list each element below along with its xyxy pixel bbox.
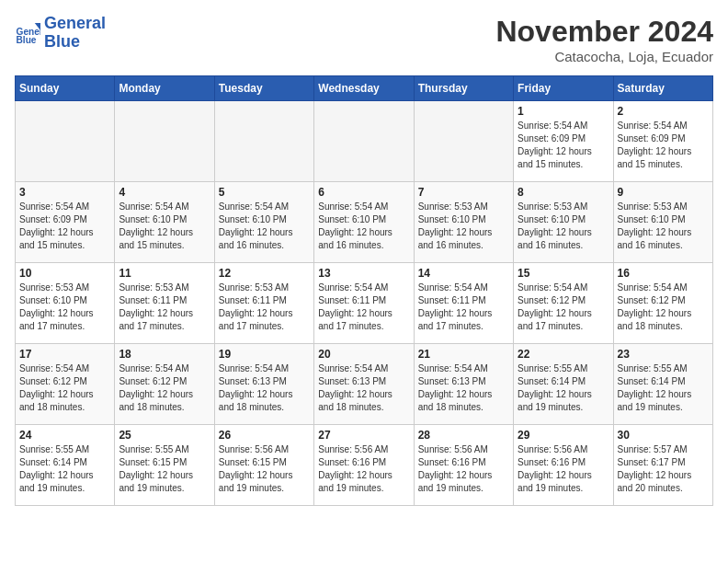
- calendar-cell: 28Sunrise: 5:56 AM Sunset: 6:16 PM Dayli…: [414, 425, 513, 506]
- week-row-3: 10Sunrise: 5:53 AM Sunset: 6:10 PM Dayli…: [16, 263, 713, 344]
- day-number: 26: [219, 429, 310, 442]
- day-info: Sunrise: 5:56 AM Sunset: 6:16 PM Dayligh…: [318, 443, 409, 495]
- day-number: 7: [418, 186, 509, 199]
- logo-text-blue: Blue: [44, 33, 106, 52]
- day-info: Sunrise: 5:54 AM Sunset: 6:09 PM Dayligh…: [618, 120, 709, 171]
- calendar-cell: 21Sunrise: 5:54 AM Sunset: 6:13 PM Dayli…: [414, 344, 513, 425]
- calendar-table: SundayMondayTuesdayWednesdayThursdayFrid…: [15, 75, 713, 506]
- day-info: Sunrise: 5:55 AM Sunset: 6:14 PM Dayligh…: [618, 362, 709, 414]
- logo-text-general: General: [44, 15, 106, 33]
- calendar-body: 1Sunrise: 5:54 AM Sunset: 6:09 PM Daylig…: [16, 101, 713, 506]
- day-number: 10: [19, 267, 110, 280]
- weekday-tuesday: Tuesday: [214, 76, 313, 101]
- day-info: Sunrise: 5:53 AM Sunset: 6:10 PM Dayligh…: [618, 201, 709, 252]
- day-info: Sunrise: 5:56 AM Sunset: 6:16 PM Dayligh…: [518, 443, 609, 495]
- week-row-5: 24Sunrise: 5:55 AM Sunset: 6:14 PM Dayli…: [16, 425, 713, 506]
- day-number: 29: [518, 429, 609, 442]
- calendar-cell: 27Sunrise: 5:56 AM Sunset: 6:16 PM Dayli…: [314, 425, 414, 506]
- day-number: 27: [318, 429, 409, 442]
- calendar-cell: [214, 101, 313, 182]
- calendar-cell: 12Sunrise: 5:53 AM Sunset: 6:11 PM Dayli…: [214, 263, 313, 344]
- day-number: 12: [219, 267, 310, 280]
- day-info: Sunrise: 5:54 AM Sunset: 6:12 PM Dayligh…: [618, 282, 709, 333]
- calendar-cell: 30Sunrise: 5:57 AM Sunset: 6:17 PM Dayli…: [613, 425, 712, 506]
- day-number: 19: [219, 348, 310, 361]
- calendar-cell: 2Sunrise: 5:54 AM Sunset: 6:09 PM Daylig…: [613, 101, 712, 182]
- day-info: Sunrise: 5:56 AM Sunset: 6:15 PM Dayligh…: [219, 443, 310, 495]
- day-number: 15: [518, 267, 609, 280]
- day-number: 24: [19, 429, 110, 442]
- day-number: 2: [618, 105, 709, 118]
- day-number: 1: [518, 105, 609, 118]
- calendar-cell: 5Sunrise: 5:54 AM Sunset: 6:10 PM Daylig…: [214, 182, 313, 263]
- calendar-cell: 19Sunrise: 5:54 AM Sunset: 6:13 PM Dayli…: [214, 344, 313, 425]
- weekday-wednesday: Wednesday: [314, 76, 414, 101]
- day-info: Sunrise: 5:54 AM Sunset: 6:13 PM Dayligh…: [318, 362, 409, 414]
- day-number: 4: [119, 186, 210, 199]
- day-number: 21: [418, 348, 509, 361]
- day-number: 8: [518, 186, 609, 199]
- week-row-4: 17Sunrise: 5:54 AM Sunset: 6:12 PM Dayli…: [16, 344, 713, 425]
- day-number: 25: [119, 429, 210, 442]
- svg-text:Blue: Blue: [17, 35, 37, 45]
- day-info: Sunrise: 5:54 AM Sunset: 6:13 PM Dayligh…: [418, 362, 509, 414]
- day-number: 3: [19, 186, 110, 199]
- day-info: Sunrise: 5:54 AM Sunset: 6:11 PM Dayligh…: [418, 282, 509, 333]
- calendar-cell: 17Sunrise: 5:54 AM Sunset: 6:12 PM Dayli…: [16, 344, 115, 425]
- calendar-cell: 9Sunrise: 5:53 AM Sunset: 6:10 PM Daylig…: [613, 182, 712, 263]
- day-number: 30: [618, 429, 709, 442]
- day-info: Sunrise: 5:55 AM Sunset: 6:15 PM Dayligh…: [119, 443, 210, 495]
- calendar-cell: 7Sunrise: 5:53 AM Sunset: 6:10 PM Daylig…: [414, 182, 513, 263]
- page-header: General Blue General Blue November 2024 …: [15, 15, 713, 64]
- calendar-cell: 1Sunrise: 5:54 AM Sunset: 6:09 PM Daylig…: [514, 101, 613, 182]
- day-info: Sunrise: 5:54 AM Sunset: 6:09 PM Dayligh…: [518, 120, 609, 171]
- location-subtitle: Catacocha, Loja, Ecuador: [495, 49, 713, 64]
- weekday-saturday: Saturday: [613, 76, 712, 101]
- day-number: 16: [618, 267, 709, 280]
- day-info: Sunrise: 5:54 AM Sunset: 6:10 PM Dayligh…: [119, 201, 210, 252]
- day-info: Sunrise: 5:53 AM Sunset: 6:10 PM Dayligh…: [418, 201, 509, 252]
- week-row-2: 3Sunrise: 5:54 AM Sunset: 6:09 PM Daylig…: [16, 182, 713, 263]
- weekday-monday: Monday: [115, 76, 214, 101]
- calendar-cell: 22Sunrise: 5:55 AM Sunset: 6:14 PM Dayli…: [514, 344, 613, 425]
- week-row-1: 1Sunrise: 5:54 AM Sunset: 6:09 PM Daylig…: [16, 101, 713, 182]
- calendar-cell: 4Sunrise: 5:54 AM Sunset: 6:10 PM Daylig…: [115, 182, 214, 263]
- calendar-cell: 24Sunrise: 5:55 AM Sunset: 6:14 PM Dayli…: [16, 425, 115, 506]
- calendar-cell: 3Sunrise: 5:54 AM Sunset: 6:09 PM Daylig…: [16, 182, 115, 263]
- calendar-cell: [115, 101, 214, 182]
- logo-icon: General Blue: [15, 20, 40, 46]
- day-number: 9: [618, 186, 709, 199]
- day-number: 28: [418, 429, 509, 442]
- weekday-friday: Friday: [514, 76, 613, 101]
- day-info: Sunrise: 5:54 AM Sunset: 6:10 PM Dayligh…: [318, 201, 409, 252]
- calendar-cell: [414, 101, 513, 182]
- day-info: Sunrise: 5:53 AM Sunset: 6:10 PM Dayligh…: [518, 201, 609, 252]
- day-info: Sunrise: 5:55 AM Sunset: 6:14 PM Dayligh…: [19, 443, 110, 495]
- calendar-header: SundayMondayTuesdayWednesdayThursdayFrid…: [16, 76, 713, 101]
- day-info: Sunrise: 5:54 AM Sunset: 6:09 PM Dayligh…: [19, 201, 110, 252]
- day-info: Sunrise: 5:53 AM Sunset: 6:11 PM Dayligh…: [219, 282, 310, 333]
- day-number: 11: [119, 267, 210, 280]
- calendar-cell: [16, 101, 115, 182]
- day-number: 6: [318, 186, 409, 199]
- month-title: November 2024: [495, 15, 713, 49]
- calendar-cell: 13Sunrise: 5:54 AM Sunset: 6:11 PM Dayli…: [314, 263, 414, 344]
- calendar-cell: 18Sunrise: 5:54 AM Sunset: 6:12 PM Dayli…: [115, 344, 214, 425]
- weekday-sunday: Sunday: [16, 76, 115, 101]
- day-info: Sunrise: 5:57 AM Sunset: 6:17 PM Dayligh…: [618, 443, 709, 495]
- day-number: 22: [518, 348, 609, 361]
- calendar-cell: 20Sunrise: 5:54 AM Sunset: 6:13 PM Dayli…: [314, 344, 414, 425]
- calendar-cell: 8Sunrise: 5:53 AM Sunset: 6:10 PM Daylig…: [514, 182, 613, 263]
- day-number: 5: [219, 186, 310, 199]
- day-info: Sunrise: 5:54 AM Sunset: 6:12 PM Dayligh…: [19, 362, 110, 414]
- calendar-cell: 16Sunrise: 5:54 AM Sunset: 6:12 PM Dayli…: [613, 263, 712, 344]
- calendar-cell: 11Sunrise: 5:53 AM Sunset: 6:11 PM Dayli…: [115, 263, 214, 344]
- calendar-cell: 15Sunrise: 5:54 AM Sunset: 6:12 PM Dayli…: [514, 263, 613, 344]
- calendar-cell: 10Sunrise: 5:53 AM Sunset: 6:10 PM Dayli…: [16, 263, 115, 344]
- day-number: 18: [119, 348, 210, 361]
- calendar-cell: 29Sunrise: 5:56 AM Sunset: 6:16 PM Dayli…: [514, 425, 613, 506]
- day-info: Sunrise: 5:54 AM Sunset: 6:12 PM Dayligh…: [119, 362, 210, 414]
- calendar-cell: 23Sunrise: 5:55 AM Sunset: 6:14 PM Dayli…: [613, 344, 712, 425]
- day-info: Sunrise: 5:55 AM Sunset: 6:14 PM Dayligh…: [518, 362, 609, 414]
- day-number: 20: [318, 348, 409, 361]
